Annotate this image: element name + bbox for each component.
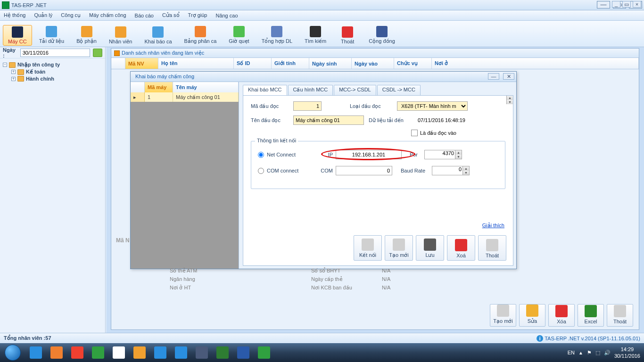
ml-col[interactable]: Tên máy [173,82,239,92]
toolbar-button[interactable]: Khai báo ca [139,25,177,46]
org-tree: − Nhập tên công ty + Kế toán + Hành chín… [0,58,105,85]
dialog-close-button[interactable]: ✕ [503,73,514,80]
port-input[interactable]: 4370 ▲▼ [424,150,462,159]
ip-input[interactable] [336,150,402,159]
taskbar-app-icon[interactable] [172,345,190,360]
tree-expander-icon[interactable]: − [3,63,7,67]
document-window: Danh sách nhân viên đang làm việc Mã NV … [111,48,639,330]
ml-row[interactable]: ▸ 1 Máy chấm công 01 [131,92,239,102]
grid-col[interactable]: Chức vụ [394,58,432,69]
action-button[interactable]: Thoát [607,304,633,327]
action-button[interactable]: Sửa [519,304,545,327]
toolbar-button[interactable]: Cộng đồng [363,25,400,46]
menu-item[interactable]: Cửa sổ [162,12,180,18]
menu-item[interactable]: Hệ thống [4,12,25,18]
mdi-minimize-button[interactable]: _ [612,1,620,8]
com-connect-label: COM connect [267,168,314,173]
is-in-reader-checkbox[interactable] [411,130,418,136]
net-connect-radio[interactable] [258,152,264,158]
tab-declare[interactable]: Khai báo MCC [243,85,287,95]
grid-col[interactable]: Số ID [234,58,272,69]
tab-config[interactable]: Cấu hình MCC [288,85,333,95]
grid-col[interactable]: Nơi ở [432,58,639,69]
reader-type-select[interactable]: X628 (TFT- Màn hình m [397,101,468,111]
refresh-button[interactable] [93,49,102,57]
toolbar-button[interactable]: Tải dữ liệu [34,25,69,46]
toolbar-button[interactable]: Máy CC [3,25,32,46]
grid-col[interactable]: Giới tính [272,58,309,69]
grid-col[interactable]: Ngày sinh [309,58,352,69]
grid-col[interactable] [111,58,125,69]
taskbar-app-icon[interactable] [89,345,107,360]
button-icon [486,239,498,251]
grid-col[interactable]: Mã NV [125,58,158,69]
data-until-input[interactable]: 07/11/2016 16:48:19 ▲▼ [416,117,487,123]
menu-item[interactable]: Máy chấm công [89,12,126,18]
taskbar-app-icon[interactable] [26,345,45,360]
taskbar-app-icon[interactable] [47,345,66,360]
dialog-action-button[interactable]: Kết nối [354,235,382,261]
taskbar-app-icon[interactable] [255,345,273,360]
taskbar-app-icon[interactable] [151,345,170,360]
baud-input[interactable]: 0 ▲▼ [432,166,470,175]
menu-item[interactable]: Trợ giúp [188,12,207,18]
action-button[interactable]: Xóa [548,304,575,327]
toolbar-button[interactable]: Giờ quẹt [223,25,254,46]
taskbar-app-icon[interactable] [109,345,128,360]
taskbar-app-icon[interactable] [234,345,253,360]
tab-csdl-mcc[interactable]: CSDL -> MCC [377,85,421,95]
tray-flag-icon[interactable]: ▲ [578,350,583,355]
toolbar-button[interactable]: Bộ phận [71,25,102,46]
tree-node[interactable]: Kế toán [26,69,45,75]
toolbar-button[interactable]: Tổng hợp DL [256,25,297,46]
action-button[interactable]: Excel [578,304,604,327]
taskbar-app-icon[interactable] [68,345,87,360]
window-minimize-button[interactable]: — [597,1,610,8]
menu-item[interactable]: Báo cáo [135,13,154,18]
dialog-action-button[interactable]: Thoát [478,235,506,261]
dialog-action-button[interactable]: Tạo mới [385,235,413,261]
toolbar-icon [46,26,57,37]
start-button[interactable] [0,343,25,362]
explain-link[interactable]: Giải thích [482,222,504,229]
tray-lang[interactable]: EN [568,350,575,355]
tree-root[interactable]: Nhập tên công ty [17,62,60,68]
menu-item[interactable]: Nâng cao [215,13,238,18]
ml-col[interactable]: Mã máy [145,82,173,92]
connection-fieldset: Thông tin kết nối Net Connect IP Por 437… [251,141,505,189]
tray-action-center-icon[interactable]: ⚑ [587,350,592,356]
tray-network-icon[interactable]: ⬚ [595,350,600,356]
toolbar-button[interactable]: Tìm kiếm [299,25,331,46]
menu-item[interactable]: Quản lý [34,12,52,18]
toolbar-icon [233,26,245,37]
tray-clock[interactable]: 14:29 30/11/2016 [614,346,640,359]
mdi-restore-button[interactable]: ▭ [622,1,631,8]
ml-col[interactable] [131,82,145,92]
tray-volume-icon[interactable]: 🔊 [604,350,611,356]
dialog-action-button[interactable]: Lưu [416,235,444,261]
reader-id-input[interactable] [293,101,322,111]
taskbar-app-icon[interactable] [213,345,232,360]
taskbar-app-icon[interactable] [130,345,149,360]
tree-expander-icon[interactable]: + [11,70,16,74]
taskbar-app-icon[interactable] [192,345,211,360]
tree-expander-icon[interactable]: + [11,77,16,81]
toolbar-button[interactable]: Bảng phân ca [179,25,222,46]
tree-node[interactable]: Hành chính [26,76,54,82]
mdi-close-button[interactable]: × [633,1,641,8]
menu-item[interactable]: Công cụ [61,12,81,18]
grid-col[interactable]: Họ tên [158,58,234,69]
grid-col[interactable]: Ngày vào [352,58,394,69]
tab-mcc-csdl[interactable]: MCC-> CSDL [334,85,376,95]
dialog-action-button[interactable]: Xoá [447,235,475,261]
com-input[interactable] [336,166,392,175]
button-icon [526,304,538,317]
toolbar-button[interactable]: Thoát [333,25,362,46]
date-input[interactable] [20,49,90,57]
action-button[interactable]: Tạo mới [490,304,516,327]
toolbar-button[interactable]: Nhân viên [104,25,138,46]
com-connect-radio[interactable] [258,168,264,174]
dialog-minimize-button[interactable]: — [488,73,499,80]
reader-name-input[interactable] [293,115,364,125]
toolbar-icon [310,26,321,37]
